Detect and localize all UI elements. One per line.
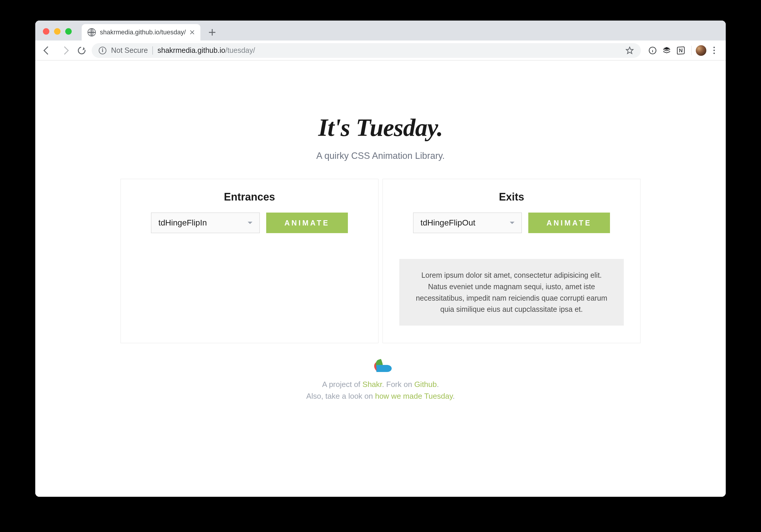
back-button[interactable] bbox=[40, 43, 55, 58]
footer: A project of Shakr. Fork on Github. Also… bbox=[306, 360, 454, 402]
globe-icon bbox=[88, 28, 96, 36]
bookmark-star-icon[interactable] bbox=[625, 46, 634, 55]
select-value: tdHingeFlipOut bbox=[421, 218, 475, 228]
arrow-left-icon bbox=[43, 46, 52, 54]
panel-title-exits: Exits bbox=[399, 191, 624, 203]
svg-marker-4 bbox=[663, 47, 670, 50]
page-content: It's Tuesday. A quirky CSS Animation Lib… bbox=[35, 61, 726, 497]
select-value: tdHingeFlipIn bbox=[158, 218, 207, 228]
toolbar-right: N bbox=[644, 44, 721, 57]
tab-title: shakrmedia.github.io/tuesday/ bbox=[100, 28, 186, 36]
browser-menu-button[interactable] bbox=[708, 44, 721, 57]
svg-marker-6 bbox=[663, 51, 670, 53]
new-tab-button[interactable] bbox=[205, 25, 219, 39]
extension-info-icon[interactable] bbox=[646, 44, 659, 57]
exits-panel: Exits tdHingeFlipOut ANIMATE Lorem ipsum… bbox=[382, 179, 641, 343]
entrances-animate-button[interactable]: ANIMATE bbox=[266, 213, 348, 233]
entrances-select[interactable]: tdHingeFlipIn bbox=[151, 213, 260, 233]
tab-bar: shakrmedia.github.io/tuesday/ bbox=[35, 21, 726, 40]
close-window-button[interactable] bbox=[43, 28, 49, 35]
dot-icon bbox=[713, 53, 715, 54]
reload-button[interactable] bbox=[75, 43, 89, 58]
chevron-down-icon bbox=[248, 222, 252, 226]
address-bar[interactable]: i Not Secure shakrmedia.github.io/tuesda… bbox=[92, 43, 641, 58]
separator bbox=[152, 46, 153, 55]
browser-tab[interactable]: shakrmedia.github.io/tuesday/ bbox=[82, 24, 201, 40]
security-status: Not Secure bbox=[111, 46, 148, 55]
dot-icon bbox=[713, 47, 715, 48]
maximize-window-button[interactable] bbox=[65, 28, 72, 35]
plus-icon bbox=[209, 29, 215, 35]
minimize-window-button[interactable] bbox=[54, 28, 61, 35]
site-info-icon[interactable]: i bbox=[99, 47, 106, 54]
arrow-right-icon bbox=[61, 46, 69, 54]
footer-line-2: Also, take a look on how we made Tuesday… bbox=[306, 390, 454, 402]
browser-toolbar: i Not Secure shakrmedia.github.io/tuesda… bbox=[35, 40, 726, 61]
chevron-down-icon bbox=[510, 222, 514, 226]
reload-icon bbox=[76, 45, 87, 56]
shakr-link[interactable]: Shakr bbox=[363, 380, 382, 389]
entrances-controls: tdHingeFlipIn ANIMATE bbox=[137, 213, 362, 233]
notion-extension-icon[interactable]: N bbox=[674, 44, 687, 57]
separator bbox=[691, 46, 692, 55]
exits-controls: tdHingeFlipOut ANIMATE bbox=[399, 213, 624, 233]
footer-line-1: A project of Shakr. Fork on Github. bbox=[322, 378, 439, 390]
panel-title-entrances: Entrances bbox=[137, 191, 362, 203]
entrances-panel: Entrances tdHingeFlipIn ANIMATE bbox=[120, 179, 379, 343]
how-we-made-link[interactable]: how we made Tuesday bbox=[375, 392, 452, 400]
github-link[interactable]: Github bbox=[414, 380, 437, 389]
svg-marker-0 bbox=[626, 47, 633, 53]
close-tab-icon[interactable] bbox=[190, 30, 195, 35]
browser-window: shakrmedia.github.io/tuesday/ i Not Secu… bbox=[35, 21, 726, 497]
page-subtitle: A quirky CSS Animation Library. bbox=[316, 151, 444, 161]
demo-panels: Entrances tdHingeFlipIn ANIMATE Exits td… bbox=[120, 179, 641, 343]
profile-avatar[interactable] bbox=[696, 45, 706, 56]
buffer-extension-icon[interactable] bbox=[660, 44, 673, 57]
exits-demo-box: Lorem ipsum dolor sit amet, consectetur … bbox=[399, 259, 624, 326]
page-title: It's Tuesday. bbox=[318, 113, 443, 142]
forward-button[interactable] bbox=[58, 43, 72, 58]
url-text: shakrmedia.github.io/tuesday/ bbox=[157, 46, 255, 55]
shakr-logo-icon bbox=[372, 360, 389, 371]
window-controls bbox=[43, 28, 72, 35]
exits-animate-button[interactable]: ANIMATE bbox=[528, 213, 610, 233]
exits-select[interactable]: tdHingeFlipOut bbox=[413, 213, 522, 233]
dot-icon bbox=[713, 50, 715, 51]
